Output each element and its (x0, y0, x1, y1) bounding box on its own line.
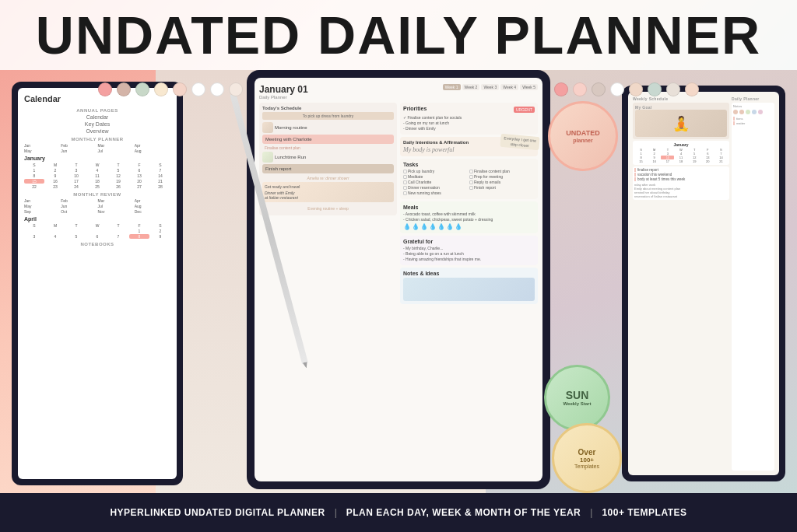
schedule-item-dinner: Get ready and travel Dinner with Emily a… (262, 182, 394, 202)
task-4: Dinner reservation (403, 185, 469, 190)
r-day-entries: finalise report vacation this weekend bo… (633, 166, 729, 200)
dot-4 (154, 82, 168, 96)
left-tablet: Calendar ANNUAL PAGES Calendar Key Dates… (12, 82, 183, 485)
schedule-item-1: Morning routine (262, 122, 394, 133)
meeting-event: Meeting with Charlotte (262, 135, 394, 144)
meals-title: Meals (403, 205, 535, 210)
sun-badge-text: Weekly Start (564, 401, 592, 407)
r-yoga-image: 🧘 (635, 110, 727, 137)
reminder-bar: To pick up dress from laundry (262, 112, 394, 120)
right-tablet-screen: Weekly Schedule My Goal 🧘 January SMTWTF… (628, 92, 779, 475)
templates-badge: Over 100+ Templates (552, 423, 622, 493)
meal-1: - Avocado toast, coffee with skimmed mil… (403, 212, 535, 216)
task-r4: Finish report (469, 185, 535, 190)
monthly-planner-section: MONTHLY PLANNER (24, 137, 170, 142)
dot-r7 (666, 82, 680, 96)
grateful-3: - Having amazing friendships that inspir… (403, 257, 535, 261)
sun-badge-day: SUN (566, 389, 589, 401)
tasks-title: Tasks (403, 162, 535, 167)
schedule-item-run: Lunchtime Run (262, 152, 394, 163)
task-r2: Prep for meeting (469, 174, 535, 179)
r-day-entry-1: finalise report (634, 168, 728, 172)
january-mini-calendar: January SMTWTFS 1234567 891011121314 151… (24, 156, 170, 189)
meal-2: - Chicken salad, chickpeas, sweet potato… (403, 217, 535, 222)
mood-dot-4 (752, 110, 757, 114)
sun-badge: SUN Weekly Start (544, 365, 610, 431)
footer: HYPERLINKED UNDATED DIGITAL PLANNER | PL… (0, 493, 797, 532)
grateful-1: - My birthday, Charlie... (403, 246, 535, 250)
right-col-1: Weekly Schedule My Goal 🧘 January SMTWTF… (633, 96, 729, 471)
grateful-2: - Being able to go on a run at lunch (403, 251, 535, 256)
tasks-grid: Pick up laundry Meditate Call Charlotte … (403, 169, 535, 196)
footer-sep1: | (335, 507, 337, 518)
footer-sep2: | (590, 507, 592, 518)
dot-r8 (685, 82, 699, 96)
main-title: UNDATED DAILY PLANNER (36, 5, 761, 65)
dot-7 (210, 82, 224, 96)
r-cal-grid: SMTWTFS 1234567 891011121314 15161718192… (634, 148, 728, 163)
schedule-box: Today's Schedule To pick up dress from l… (259, 103, 397, 215)
mood-dot-1 (733, 110, 738, 114)
dots-left (98, 82, 243, 96)
planner-columns: Today's Schedule To pick up dress from l… (259, 103, 538, 471)
dot-5 (173, 82, 187, 96)
priority-1: ✓ Finalise content plan for socials (403, 115, 535, 120)
undated-badge-line2: planner (573, 138, 592, 143)
tasks-box: Tasks Pick up laundry Meditate Call Char… (400, 159, 538, 199)
april-mini-calendar: April SMTWTFS 12 3456789 (24, 216, 170, 239)
r-notes-area: Notes tions matter (732, 103, 774, 471)
devices-area: Calendar ANNUAL PAGES Calendar Key Dates… (0, 70, 797, 493)
r-cal-month: January (634, 142, 728, 147)
evening-routine: Evening routine + sleep (262, 205, 394, 212)
dot-r5 (629, 82, 643, 96)
water-drop-6: 💧 (446, 223, 454, 230)
calendar-nav: Calendar Key Dates Overview (24, 114, 170, 134)
dot-r4 (610, 82, 624, 96)
tasks-col-left: Pick up laundry Meditate Call Charlotte … (403, 169, 469, 196)
notes-title: Notes & Ideas (403, 271, 535, 276)
dot-r1 (554, 82, 568, 96)
dot-8 (229, 82, 243, 96)
water-drop-1: 💧 (403, 223, 411, 230)
r-mini-calendar: January SMTWTFS 1234567 891011121314 151… (633, 141, 729, 165)
planner-right-col: Priorities URGENT ✓ Finalise content pla… (400, 103, 538, 471)
footer-part3: 100+ TEMPLATES (602, 507, 686, 518)
dot-r6 (648, 82, 662, 96)
morning-routine-text: Morning routine (275, 125, 307, 130)
monthly-review-section: MONTHLY REVIEW (24, 192, 170, 197)
planner-left-col: Today's Schedule To pick up dress from l… (259, 103, 397, 471)
dinner-item: Get ready and travel Dinner with Emily a… (262, 182, 394, 202)
water-tracker: 💧 💧 💧 💧 💧 💧 💧 (403, 223, 535, 230)
right-col-2: Daily Planner Notes tions (732, 96, 774, 471)
templates-badge-over: Over (578, 448, 596, 457)
grateful-box: Grateful for - My birthday, Charlie... -… (400, 236, 538, 265)
right-tablet: Weekly Schedule My Goal 🧘 January SMTWTF… (622, 86, 785, 481)
annual-section: ANNUAL PAGES (24, 108, 170, 113)
notes-image (403, 278, 535, 301)
dot-2 (117, 82, 131, 96)
grateful-title: Grateful for (403, 239, 535, 244)
notebooks-section: NOTEBOOKS (24, 242, 170, 247)
urgent-badge: URGENT (514, 107, 535, 113)
priority-2: - Going on my run at lunch (403, 121, 535, 125)
task-1: Pick up laundry (403, 169, 469, 173)
center-tablet-screen: January 01 Daily Planner Week 1 Week 2 W… (255, 78, 542, 481)
center-tablet: January 01 Daily Planner Week 1 Week 2 W… (247, 70, 550, 489)
meals-box: Meals - Avocado toast, coffee with skimm… (400, 201, 538, 233)
templates-badge-label: Templates (574, 464, 599, 469)
dots-right (554, 82, 699, 96)
dot-1 (98, 82, 112, 96)
dot-3 (135, 82, 149, 96)
water-drop-4: 💧 (429, 223, 437, 230)
water-drop-5: 💧 (437, 223, 445, 230)
priority-3: - Dinner with Emily (403, 126, 535, 131)
water-drop-7: 💧 (455, 223, 462, 230)
dot-r3 (592, 82, 606, 96)
mood-dot-2 (739, 110, 744, 114)
r-day-entry-3: body at least 5 times this week (634, 177, 728, 181)
dot-r2 (573, 82, 587, 96)
mood-dot-3 (746, 110, 750, 114)
title-section: UNDATED DAILY PLANNER (0, 0, 797, 70)
left-tablet-screen: Calendar ANNUAL PAGES Calendar Key Dates… (18, 88, 177, 479)
morning-routine-img (262, 122, 273, 133)
